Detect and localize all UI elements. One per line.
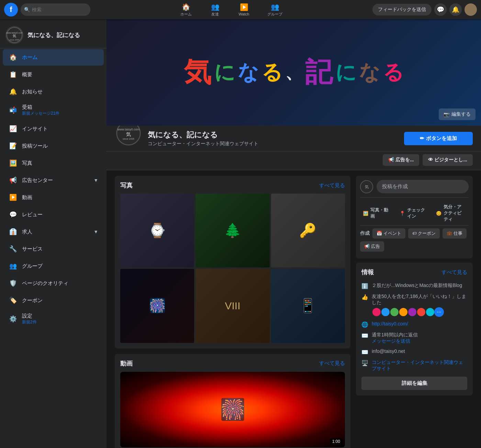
info-desc-text: ２股だが...WindowsとMacの最新情報Blog (372, 283, 462, 289)
cover-char-ki: 気 (184, 54, 211, 91)
ad-button[interactable]: 📢 広告を... (383, 154, 420, 166)
action-buttons-row: 📢 広告を... 👁 ビジターとし... (107, 151, 481, 170)
nav-groups[interactable]: 👥 グループ (259, 1, 291, 19)
left-column: 写真 すべて見る ⌚ 🌲 🔑 (115, 176, 350, 448)
sidebar-item-services[interactable]: 🔧 サービス (3, 241, 104, 257)
sidebar-item-home[interactable]: 🏠 ホーム (3, 49, 104, 66)
friends-nav-label: 友達 (211, 12, 219, 17)
right-column: 気 投稿を作成 🖼️ 写真・動画 📍 チェックイン (356, 176, 473, 448)
sidebar-item-videos[interactable]: ▶️ 動画 (3, 189, 104, 206)
facebook-logo[interactable]: f (4, 3, 18, 16)
nav-friends[interactable]: 👥 友達 (201, 1, 229, 19)
cover-edit-button[interactable]: 📷 編集する (439, 108, 476, 120)
videos-see-all[interactable]: すべて見る (319, 360, 345, 367)
messenger-button[interactable]: 💬 (434, 3, 447, 16)
sidebar-item-jobs[interactable]: 👔 求人 ▼ (3, 223, 104, 240)
photo-item-2[interactable]: 🌲 (195, 194, 269, 267)
add-button[interactable]: ✏ ボタンを追加 (404, 132, 473, 145)
inbox-badge: 新規メッセージ21件 (22, 111, 59, 116)
photo-video-label: 写真・動画 (370, 207, 393, 219)
job-btn[interactable]: 💼 仕事 (443, 228, 467, 239)
cover-char-ru2: る (383, 59, 404, 87)
home-nav-icon: 🏠 (182, 3, 190, 11)
sidebar-item-notifications[interactable]: 🔔 お知らせ (3, 83, 104, 100)
more-likes-circle[interactable]: ··· (434, 307, 444, 317)
sidebar-item-reviews[interactable]: 💬 レビュー (3, 206, 104, 223)
post-create-input[interactable]: 投稿を作成 (377, 180, 469, 193)
settings-new-badge: 新規2件 (22, 319, 37, 325)
sidebar-item-settings[interactable]: ⚙️ 設定 新規2件 (3, 309, 104, 329)
post-avatar: 気 (360, 180, 373, 193)
feedback-button[interactable]: フィードバックを送信 (372, 4, 432, 15)
page-title: 気になる、記になる (148, 130, 399, 140)
website-link[interactable]: http://taisy0.com/ (372, 321, 408, 326)
sidebar-item-quality[interactable]: 🛡️ ページのクオリティ (3, 275, 104, 291)
watch-nav-icon: ▶️ (240, 3, 248, 11)
checkin-action[interactable]: 📍 チェックイン (397, 201, 432, 225)
sidebar-posts-label: 投稿ツール (22, 143, 48, 149)
sidebar-page-name: 気になる、記になる (27, 31, 80, 39)
photo-item-1[interactable]: ⌚ (120, 194, 194, 267)
nav-watch[interactable]: ▶️ Watch (230, 1, 258, 18)
svg-text:since 2005: since 2005 (123, 138, 134, 140)
home-nav-label: ホーム (180, 12, 192, 17)
search-input[interactable] (32, 7, 87, 12)
photo-item-4[interactable]: 🎆 (120, 269, 194, 343)
visitor-button[interactable]: 👁 ビジターとし... (423, 154, 473, 166)
sidebar-item-coupons[interactable]: 🏷️ クーポン (3, 292, 104, 309)
cover-char-ni2: に (335, 59, 356, 87)
photo-item-3[interactable]: 🔑 (271, 194, 345, 267)
settings-sidebar-icon: ⚙️ (8, 314, 18, 324)
inbox-stack: 受箱 新規メッセージ21件 (22, 104, 59, 116)
ads-sidebar-icon: 📢 (8, 175, 18, 185)
photo-video-action[interactable]: 🖼️ 写真・動画 (360, 201, 395, 225)
notifications-button[interactable]: 🔔 (449, 3, 462, 16)
ad-create-btn[interactable]: 📢 広告 (360, 241, 384, 252)
sidebar-item-about[interactable]: 📋 概要 (3, 66, 104, 83)
inbox-sidebar-icon: 📬 (8, 105, 18, 115)
sidebar-item-ads[interactable]: 📢 広告センター ▼ (3, 172, 104, 188)
svg-text:気: 気 (365, 185, 369, 189)
user-avatar[interactable] (465, 3, 477, 16)
cover-char-comma: 、 (285, 61, 302, 84)
feeling-action[interactable]: 😊 気分・アクティビティ (433, 201, 469, 225)
sidebar-jobs-label: 求人 (22, 229, 32, 235)
info-see-all[interactable]: すべて見る (441, 269, 467, 276)
likes-content: 友達50人を含む7,186人が「いいね！」しました ··· (372, 294, 467, 317)
content-area: 気 に な る 、 記 に な る 📷 編集する www.taisy0.com気… (107, 19, 481, 448)
event-btn[interactable]: 📅 イベント (372, 228, 405, 239)
ads-expand-icon: ▼ (93, 177, 98, 183)
photos-header: 写真 すべて見る (120, 181, 345, 189)
photo-item-6[interactable]: 📱 (271, 269, 345, 343)
info-email: ✉️ info@taisy0.net (361, 346, 467, 357)
about-sidebar-icon: 📋 (8, 70, 18, 79)
notifications-sidebar-icon: 🔔 (8, 87, 18, 96)
reviews-sidebar-icon: 💬 (8, 210, 18, 219)
like-avatar-7 (425, 307, 435, 317)
search-bar[interactable]: 🔍 (21, 3, 90, 16)
sidebar-item-insights[interactable]: 📈 インサイト (3, 120, 104, 137)
coupon-btn[interactable]: 🏷 クーポン (408, 228, 440, 239)
photos-see-all[interactable]: すべて見る (319, 182, 345, 189)
video-thumbnail[interactable]: 🎆 1:00 (120, 372, 345, 447)
info-likes: 👍 友達50人を含む7,186人が「いいね！」しました (361, 291, 467, 319)
message-link[interactable]: メッセージを送信 (372, 338, 418, 344)
like-avatar-4 (399, 307, 408, 317)
cover-char-ni: に (214, 59, 235, 87)
camera-icon: 📷 (444, 112, 449, 117)
sidebar-quality-label: ページのクオリティ (22, 280, 68, 287)
sidebar-reviews-label: レビュー (22, 211, 43, 218)
post-create-card: 気 投稿を作成 🖼️ 写真・動画 📍 チェックイン (356, 176, 473, 259)
sidebar-item-groups[interactable]: 👥 グループ (3, 258, 104, 274)
videos-header: 動画 すべて見る (120, 359, 345, 368)
category-link[interactable]: コンピューター・インターネット関連ウェブサイト (372, 359, 467, 372)
sidebar-item-inbox[interactable]: 📬 受箱 新規メッセージ21件 (3, 101, 104, 120)
page-info-text: 気になる、記になる コンピューター・インターネット関連ウェブサイト (148, 126, 399, 151)
detail-edit-button[interactable]: 詳細を編集 (361, 377, 467, 390)
sidebar-item-posts[interactable]: 📝 投稿ツール (3, 138, 104, 154)
cover-char-ki2: 記 (305, 54, 333, 91)
nav-home[interactable]: 🏠 ホーム (172, 1, 200, 19)
photo-item-5[interactable]: VIII (195, 269, 269, 343)
groups-nav-label: グループ (267, 12, 282, 17)
sidebar-item-photos[interactable]: 🖼️ 写真 (3, 155, 104, 171)
